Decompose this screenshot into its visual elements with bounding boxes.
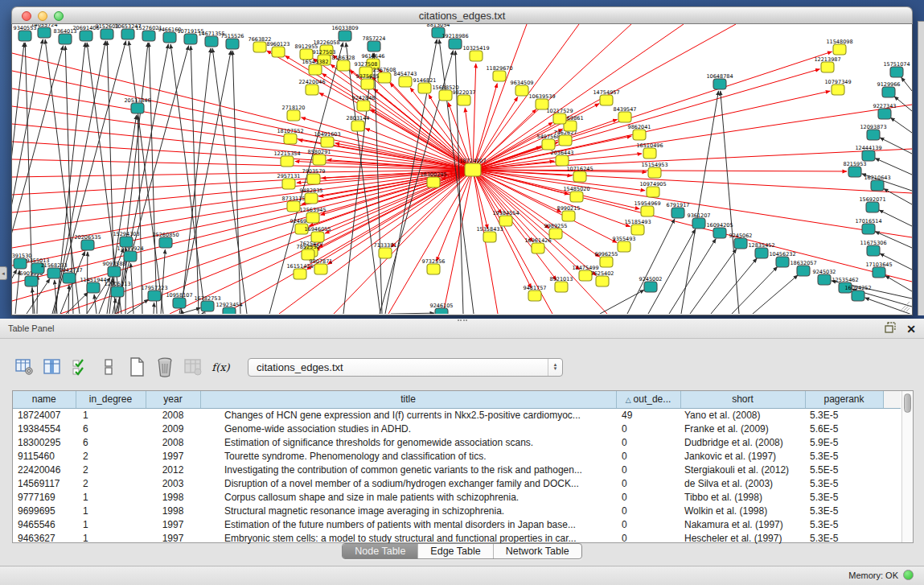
network-node[interactable] [378, 72, 391, 83]
network-node[interactable] [596, 276, 609, 286]
network-node[interactable] [644, 282, 657, 292]
network-node[interactable] [618, 241, 630, 252]
show-columns-icon[interactable] [41, 356, 63, 378]
network-node[interactable] [81, 240, 94, 250]
network-node[interactable] [361, 79, 374, 89]
network-node[interactable] [379, 248, 392, 258]
close-panel-icon[interactable]: ✕ [906, 323, 916, 336]
network-node[interactable] [47, 268, 60, 278]
network-node[interactable] [284, 134, 297, 144]
column-header-title[interactable]: title [200, 391, 616, 408]
network-node[interactable] [87, 282, 100, 293]
network-node[interactable] [465, 163, 481, 176]
network-node[interactable] [871, 180, 884, 191]
network-node[interactable] [142, 31, 155, 41]
network-node[interactable] [101, 29, 113, 39]
column-header-out_de[interactable]: △out_de... [616, 391, 680, 408]
network-node[interactable] [499, 216, 512, 226]
float-panel-icon[interactable] [885, 322, 897, 336]
network-node[interactable] [435, 308, 448, 314]
table-row[interactable]: 1872400712008Changes of HCN gene express… [13, 408, 901, 422]
network-node[interactable] [306, 84, 318, 95]
network-node[interactable] [287, 110, 300, 121]
network-node[interactable] [618, 112, 631, 122]
network-node[interactable] [59, 34, 72, 44]
network-node[interactable] [108, 266, 121, 277]
network-node[interactable] [542, 139, 555, 150]
network-node[interactable] [253, 42, 266, 52]
network-node[interactable] [890, 67, 903, 77]
network-node[interactable] [311, 232, 324, 242]
network-node[interactable] [641, 206, 654, 216]
table-row[interactable]: 977716911998Corpus callosum shape and si… [13, 490, 901, 504]
network-node[interactable] [493, 71, 506, 81]
network-node[interactable] [427, 177, 440, 187]
network-node[interactable] [80, 31, 92, 41]
network-node[interactable] [357, 101, 370, 111]
minimize-traffic-light[interactable] [38, 11, 47, 21]
network-node[interactable] [458, 95, 470, 105]
network-node[interactable] [314, 264, 327, 274]
network-node[interactable] [111, 286, 124, 297]
column-header-name[interactable]: name [13, 391, 76, 408]
table-row[interactable]: 1456911722003Disruption of a novel membe… [13, 476, 901, 490]
table-row[interactable]: 1830029562008Estimation of significance … [13, 435, 901, 449]
table-scrollbar[interactable] [901, 391, 913, 542]
network-node[interactable] [321, 137, 334, 147]
tab-node-table[interactable]: Node Table [343, 544, 417, 558]
network-node[interactable] [399, 76, 412, 87]
network-node[interactable] [862, 224, 875, 234]
collapse-panel-handle[interactable]: ◂ [0, 266, 7, 280]
network-node[interactable] [832, 84, 844, 95]
network-node[interactable] [294, 269, 306, 279]
zoom-traffic-light[interactable] [54, 11, 64, 21]
network-node[interactable] [862, 150, 875, 161]
network-node[interactable] [713, 228, 726, 238]
network-node[interactable] [600, 95, 613, 105]
network-node[interactable] [692, 218, 705, 229]
network-node[interactable] [201, 301, 214, 311]
network-node[interactable] [470, 51, 483, 61]
network-node[interactable] [427, 264, 440, 274]
close-traffic-light[interactable] [22, 11, 31, 21]
resize-grip-icon[interactable] [903, 305, 910, 311]
network-node[interactable] [307, 174, 320, 184]
network-node[interactable] [734, 238, 747, 249]
network-node[interactable] [368, 41, 380, 51]
network-node[interactable] [833, 44, 846, 55]
network-node[interactable] [439, 90, 452, 101]
network-node[interactable] [867, 130, 880, 140]
network-node[interactable] [14, 258, 27, 269]
network-node[interactable] [553, 113, 566, 124]
table-row[interactable]: 969969511998Structural magnetic resonanc… [13, 504, 901, 517]
splitter-grip[interactable] [458, 319, 467, 323]
network-node[interactable] [306, 212, 319, 223]
resize-grip-icon[interactable] [906, 308, 910, 311]
network-node[interactable] [631, 225, 644, 235]
table-row[interactable]: 1938455462009Genome-wide association stu… [13, 422, 901, 435]
network-node[interactable] [418, 83, 431, 93]
network-node[interactable] [63, 273, 76, 283]
network-node[interactable] [821, 62, 834, 72]
network-node[interactable] [287, 201, 300, 212]
network-node[interactable] [272, 47, 285, 57]
network-canvas[interactable]: 9340553140557248364013206914069152603106… [11, 24, 913, 315]
network-node[interactable] [713, 79, 726, 89]
table-options-icon[interactable] [13, 356, 35, 378]
network-node[interactable] [532, 243, 544, 253]
network-node[interactable] [515, 85, 528, 96]
network-node[interactable] [755, 248, 768, 258]
network-node[interactable] [643, 148, 656, 159]
network-node[interactable] [483, 232, 496, 242]
table-scrollbar-thumb[interactable] [904, 393, 911, 413]
network-node[interactable] [797, 266, 810, 276]
network-node[interactable] [671, 208, 684, 218]
network-window-titlebar[interactable]: citations_edges.txt [11, 6, 913, 24]
tab-edge-table[interactable]: Edge Table [417, 544, 492, 558]
network-node[interactable] [163, 32, 176, 43]
network-node[interactable] [120, 237, 133, 247]
new-column-icon[interactable] [125, 356, 147, 378]
tab-network-table[interactable]: Network Table [493, 544, 581, 558]
network-node[interactable] [281, 156, 294, 167]
network-node[interactable] [600, 257, 613, 267]
